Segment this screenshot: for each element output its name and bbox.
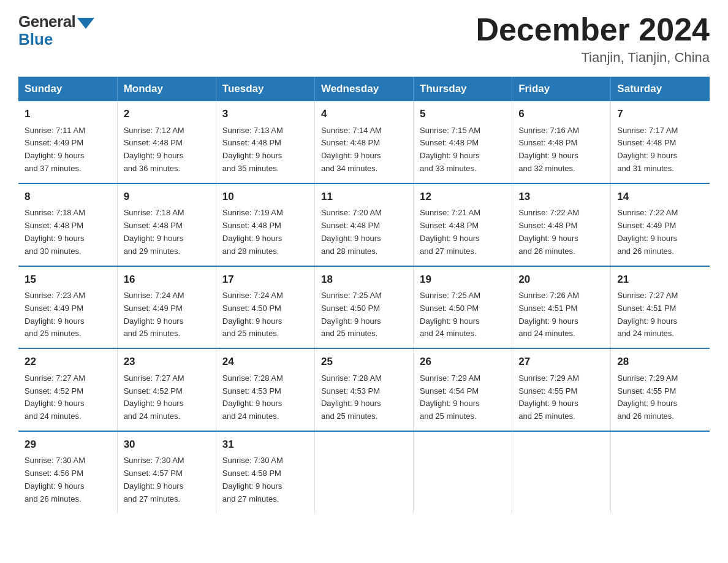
logo-general-text: General [18,12,75,31]
calendar-cell: 11Sunrise: 7:20 AMSunset: 4:48 PMDayligh… [314,183,413,266]
calendar-cell: 20Sunrise: 7:26 AMSunset: 4:51 PMDayligh… [512,266,611,349]
calendar-cell: 7Sunrise: 7:17 AMSunset: 4:48 PMDaylight… [611,101,710,183]
day-info: Sunrise: 7:18 AMSunset: 4:48 PMDaylight:… [124,207,210,258]
day-number: 18 [321,272,407,288]
calendar-week-row: 15Sunrise: 7:23 AMSunset: 4:49 PMDayligh… [18,266,710,349]
calendar-cell [414,431,512,513]
day-info: Sunrise: 7:17 AMSunset: 4:48 PMDaylight:… [617,124,703,175]
calendar-cell: 26Sunrise: 7:29 AMSunset: 4:54 PMDayligh… [414,348,512,431]
calendar-cell: 4Sunrise: 7:14 AMSunset: 4:48 PMDaylight… [314,101,413,183]
calendar-cell: 29Sunrise: 7:30 AMSunset: 4:56 PMDayligh… [18,431,117,513]
calendar-cell [314,431,413,513]
logo-triangle-icon [77,18,94,29]
day-number: 24 [222,354,308,370]
day-info: Sunrise: 7:27 AMSunset: 4:52 PMDaylight:… [124,372,210,423]
day-info: Sunrise: 7:16 AMSunset: 4:48 PMDaylight:… [518,124,604,175]
day-info: Sunrise: 7:19 AMSunset: 4:48 PMDaylight:… [222,207,308,258]
calendar-cell: 6Sunrise: 7:16 AMSunset: 4:48 PMDaylight… [512,101,611,183]
day-info: Sunrise: 7:11 AMSunset: 4:49 PMDaylight:… [25,124,111,175]
calendar-cell: 12Sunrise: 7:21 AMSunset: 4:48 PMDayligh… [414,183,512,266]
day-number: 23 [124,354,210,370]
day-info: Sunrise: 7:15 AMSunset: 4:48 PMDaylight:… [420,124,506,175]
calendar-table: SundayMondayTuesdayWednesdayThursdayFrid… [18,77,710,513]
location: Tianjin, Tianjin, China [476,50,710,66]
day-info: Sunrise: 7:22 AMSunset: 4:48 PMDaylight:… [518,207,604,258]
header-day-tuesday: Tuesday [216,77,314,101]
day-number: 9 [124,189,210,205]
calendar-cell [611,431,710,513]
day-number: 1 [25,106,111,122]
header-day-thursday: Thursday [414,77,512,101]
calendar-week-row: 22Sunrise: 7:27 AMSunset: 4:52 PMDayligh… [18,348,710,431]
day-info: Sunrise: 7:23 AMSunset: 4:49 PMDaylight:… [25,289,111,340]
calendar-cell: 15Sunrise: 7:23 AMSunset: 4:49 PMDayligh… [18,266,117,349]
calendar-cell: 19Sunrise: 7:25 AMSunset: 4:50 PMDayligh… [414,266,512,349]
day-info: Sunrise: 7:22 AMSunset: 4:49 PMDaylight:… [617,207,703,258]
day-number: 14 [617,189,703,205]
day-number: 8 [25,189,111,205]
day-info: Sunrise: 7:29 AMSunset: 4:55 PMDaylight:… [518,372,604,423]
day-number: 28 [617,354,703,370]
calendar-cell: 8Sunrise: 7:18 AMSunset: 4:48 PMDaylight… [18,183,117,266]
logo: General Blue [18,12,94,49]
header-day-saturday: Saturday [611,77,710,101]
calendar-cell: 9Sunrise: 7:18 AMSunset: 4:48 PMDaylight… [117,183,216,266]
day-number: 10 [222,189,308,205]
day-info: Sunrise: 7:27 AMSunset: 4:52 PMDaylight:… [25,372,111,423]
calendar-cell: 27Sunrise: 7:29 AMSunset: 4:55 PMDayligh… [512,348,611,431]
calendar-cell: 30Sunrise: 7:30 AMSunset: 4:57 PMDayligh… [117,431,216,513]
day-info: Sunrise: 7:25 AMSunset: 4:50 PMDaylight:… [321,289,407,340]
day-info: Sunrise: 7:28 AMSunset: 4:53 PMDaylight:… [321,372,407,423]
day-number: 2 [124,106,210,122]
calendar-cell: 28Sunrise: 7:29 AMSunset: 4:55 PMDayligh… [611,348,710,431]
day-number: 11 [321,189,407,205]
day-info: Sunrise: 7:20 AMSunset: 4:48 PMDaylight:… [321,207,407,258]
calendar-cell: 13Sunrise: 7:22 AMSunset: 4:48 PMDayligh… [512,183,611,266]
month-title: December 2024 [476,12,710,47]
day-number: 29 [25,437,111,453]
calendar-header-row: SundayMondayTuesdayWednesdayThursdayFrid… [18,77,710,101]
day-info: Sunrise: 7:26 AMSunset: 4:51 PMDaylight:… [518,289,604,340]
day-info: Sunrise: 7:14 AMSunset: 4:48 PMDaylight:… [321,124,407,175]
day-number: 31 [222,437,308,453]
calendar-cell: 31Sunrise: 7:30 AMSunset: 4:58 PMDayligh… [216,431,314,513]
day-number: 20 [518,272,604,288]
day-number: 30 [124,437,210,453]
calendar-cell: 14Sunrise: 7:22 AMSunset: 4:49 PMDayligh… [611,183,710,266]
day-number: 12 [420,189,506,205]
calendar-cell: 5Sunrise: 7:15 AMSunset: 4:48 PMDaylight… [414,101,512,183]
calendar-cell: 18Sunrise: 7:25 AMSunset: 4:50 PMDayligh… [314,266,413,349]
calendar-cell: 24Sunrise: 7:28 AMSunset: 4:53 PMDayligh… [216,348,314,431]
day-number: 16 [124,272,210,288]
day-number: 5 [420,106,506,122]
calendar-cell: 21Sunrise: 7:27 AMSunset: 4:51 PMDayligh… [611,266,710,349]
day-info: Sunrise: 7:24 AMSunset: 4:49 PMDaylight:… [124,289,210,340]
header-day-wednesday: Wednesday [314,77,413,101]
day-info: Sunrise: 7:13 AMSunset: 4:48 PMDaylight:… [222,124,308,175]
calendar-cell: 25Sunrise: 7:28 AMSunset: 4:53 PMDayligh… [314,348,413,431]
day-info: Sunrise: 7:30 AMSunset: 4:57 PMDaylight:… [124,454,210,505]
day-number: 4 [321,106,407,122]
header-day-friday: Friday [512,77,611,101]
day-number: 26 [420,354,506,370]
day-info: Sunrise: 7:30 AMSunset: 4:58 PMDaylight:… [222,454,308,505]
day-info: Sunrise: 7:30 AMSunset: 4:56 PMDaylight:… [25,454,111,505]
logo-blue-text: Blue [18,30,53,49]
day-info: Sunrise: 7:27 AMSunset: 4:51 PMDaylight:… [617,289,703,340]
day-number: 6 [518,106,604,122]
calendar-cell: 22Sunrise: 7:27 AMSunset: 4:52 PMDayligh… [18,348,117,431]
calendar-cell: 17Sunrise: 7:24 AMSunset: 4:50 PMDayligh… [216,266,314,349]
calendar-cell: 16Sunrise: 7:24 AMSunset: 4:49 PMDayligh… [117,266,216,349]
day-info: Sunrise: 7:12 AMSunset: 4:48 PMDaylight:… [124,124,210,175]
title-section: December 2024 Tianjin, Tianjin, China [476,12,710,66]
calendar-week-row: 8Sunrise: 7:18 AMSunset: 4:48 PMDaylight… [18,183,710,266]
calendar-cell [512,431,611,513]
calendar-cell: 10Sunrise: 7:19 AMSunset: 4:48 PMDayligh… [216,183,314,266]
day-info: Sunrise: 7:21 AMSunset: 4:48 PMDaylight:… [420,207,506,258]
day-info: Sunrise: 7:29 AMSunset: 4:54 PMDaylight:… [420,372,506,423]
day-number: 25 [321,354,407,370]
page-header: General Blue December 2024 Tianjin, Tian… [18,12,710,66]
calendar-cell: 2Sunrise: 7:12 AMSunset: 4:48 PMDaylight… [117,101,216,183]
day-number: 17 [222,272,308,288]
day-number: 7 [617,106,703,122]
